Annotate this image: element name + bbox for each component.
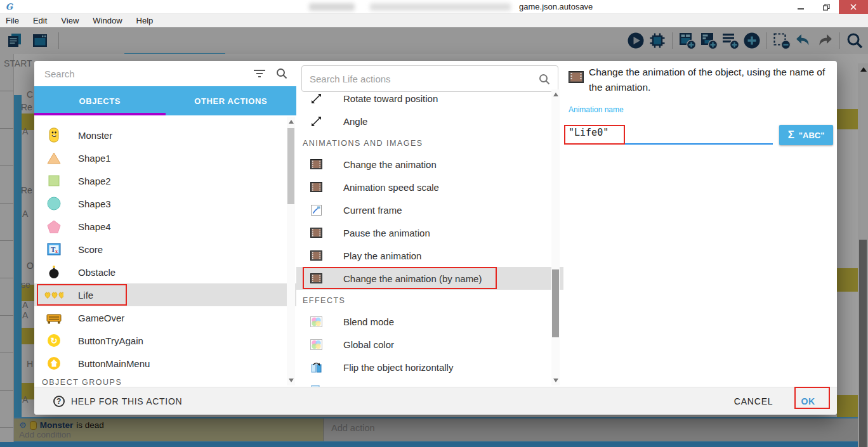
search-icon[interactable]	[276, 68, 287, 82]
action-editor-dialog: OBJECTSOTHER ACTIONS MonsterShape1Shape2…	[34, 61, 837, 415]
close-button[interactable]	[839, 0, 868, 14]
banner-icon	[44, 312, 63, 324]
help-button[interactable]: ? HELP FOR THIS ACTION	[53, 396, 182, 407]
object-label: GameOver	[78, 313, 124, 323]
action-row-flip-the-object-horizontally[interactable]: Flip the object horizontally	[296, 356, 563, 379]
actions-section-header: EFFECTS	[296, 290, 563, 310]
object-row-shape3[interactable]: Shape3	[34, 192, 296, 215]
scrollbar-down-arrow[interactable]	[289, 379, 294, 382]
action-label: Pause the animation	[343, 228, 430, 238]
action-row-angle[interactable]: Angle	[296, 110, 563, 133]
action-row-pause-the-animation[interactable]: Pause the animation	[296, 221, 563, 244]
film-icon	[308, 250, 324, 261]
action-label: Rotate toward position	[343, 93, 438, 104]
actions-list-scrollbar[interactable]	[551, 89, 560, 385]
text-object-icon: Tx	[44, 243, 63, 256]
animation-name-input[interactable]	[569, 122, 773, 145]
action-label: Change the animation	[343, 159, 437, 170]
restore-button[interactable]	[813, 0, 839, 14]
tab-objects[interactable]: OBJECTS	[34, 86, 166, 115]
expression-editor-button[interactable]: Σ "ABC"	[779, 125, 833, 145]
object-label: ButtonTryAgain	[78, 335, 143, 346]
bomb-icon	[44, 265, 63, 279]
scrollbar-thumb[interactable]	[287, 128, 294, 204]
actions-list: Rotate toward positionAngleANIMATIONS AN…	[296, 87, 563, 387]
object-row-shape2[interactable]: Shape2	[34, 169, 296, 192]
titlebar: Ǥ game.json.autosave	[0, 0, 868, 14]
svg-text:↻: ↻	[51, 336, 58, 346]
rotate-icon	[308, 93, 324, 105]
film-icon	[308, 273, 324, 283]
expression-type-label: "ABC"	[799, 131, 825, 140]
rotate-icon	[308, 115, 324, 127]
help-icon: ?	[53, 396, 65, 407]
object-row-shape4[interactable]: Shape4	[34, 215, 296, 238]
object-row-score[interactable]: TxScore	[34, 238, 296, 261]
scrollbar-up-arrow[interactable]	[553, 93, 558, 96]
action-row-flip-the-object-vertically[interactable]: Flip the object vertically	[296, 379, 563, 387]
flip-h-icon	[308, 362, 324, 373]
action-description: Change the animation of the object, usin…	[589, 65, 832, 95]
objects-list-scrollbar[interactable]	[287, 117, 295, 385]
search-icon[interactable]	[539, 74, 550, 87]
object-groups-header: OBJECT GROUPS	[34, 375, 296, 387]
action-label: Blend mode	[343, 316, 394, 327]
actions-search-input[interactable]	[310, 74, 558, 84]
object-row-buttontryagain[interactable]: ↻ButtonTryAgain	[34, 329, 296, 352]
scrollbar-thumb[interactable]	[552, 269, 559, 337]
dialog-footer: ? HELP FOR THIS ACTION CANCEL OK	[34, 387, 837, 415]
gdevelop-logo-icon: Ǥ	[4, 2, 14, 11]
object-row-monster[interactable]: Monster	[34, 124, 296, 146]
redacted-title-segment	[309, 3, 355, 11]
action-row-change-the-animation-by-name-[interactable]: Change the animation (by name)	[296, 267, 563, 290]
square-icon	[44, 174, 63, 187]
tab-other-actions[interactable]: OTHER ACTIONS	[166, 86, 297, 115]
scrollbar-down-arrow[interactable]	[553, 379, 558, 382]
action-row-rotate-toward-position[interactable]: Rotate toward position	[296, 87, 563, 110]
action-row-play-the-animation[interactable]: Play the animation	[296, 244, 563, 267]
action-row-global-color[interactable]: Global color	[296, 333, 563, 356]
object-label: Score	[78, 244, 103, 255]
action-detail-panel: Change the animation of the object, usin…	[563, 61, 837, 387]
action-row-change-the-animation[interactable]: Change the animation	[296, 153, 563, 176]
action-row-animation-speed-scale[interactable]: Animation speed scale	[296, 176, 563, 198]
blend-icon	[308, 316, 324, 327]
menu-file[interactable]: File	[0, 16, 26, 25]
object-label: Shape3	[78, 198, 111, 209]
film-icon	[308, 228, 324, 238]
action-label: Current frame	[343, 205, 402, 216]
object-label: Monster	[78, 130, 112, 141]
object-label: Shape2	[78, 176, 111, 186]
object-label: ButtonMainMenu	[78, 358, 150, 369]
blend-icon	[308, 339, 324, 350]
window-controls	[788, 0, 868, 14]
tab-label: OTHER ACTIONS	[194, 96, 267, 106]
ok-button[interactable]: OK	[801, 396, 815, 406]
minimize-button[interactable]	[788, 0, 813, 14]
menu-help[interactable]: Help	[129, 16, 161, 25]
action-label: Change the animation (by name)	[343, 273, 482, 284]
sigma-icon: Σ	[788, 129, 794, 141]
scrollbar-up-arrow[interactable]	[289, 120, 294, 124]
object-row-gameover[interactable]: GameOver	[34, 306, 296, 329]
cancel-button[interactable]: CANCEL	[734, 396, 773, 406]
object-row-obstacle[interactable]: Obstacle	[34, 261, 296, 283]
actions-panel: Rotate toward positionAngleANIMATIONS AN…	[296, 61, 563, 387]
object-row-buttonmainmenu[interactable]: ButtonMainMenu	[34, 352, 296, 375]
animation-name-label: Animation name	[569, 105, 624, 114]
pentagon-icon	[44, 220, 63, 233]
objects-panel: OBJECTSOTHER ACTIONS MonsterShape1Shape2…	[34, 61, 296, 387]
menu-edit[interactable]: Edit	[26, 16, 54, 25]
menu-view[interactable]: View	[54, 16, 86, 25]
action-row-blend-mode[interactable]: Blend mode	[296, 310, 563, 333]
objects-list: MonsterShape1Shape2Shape3Shape4TxScoreOb…	[34, 115, 296, 387]
action-row-current-frame[interactable]: Current frame	[296, 198, 563, 221]
objects-search-row	[34, 61, 296, 86]
object-label: Obstacle	[78, 267, 115, 278]
menu-window[interactable]: Window	[86, 16, 129, 25]
filter-icon[interactable]	[253, 69, 266, 81]
object-row-life[interactable]: Life	[34, 283, 296, 306]
triangle-icon	[44, 152, 63, 164]
object-row-shape1[interactable]: Shape1	[34, 146, 296, 169]
action-label: Animation speed scale	[343, 182, 439, 193]
